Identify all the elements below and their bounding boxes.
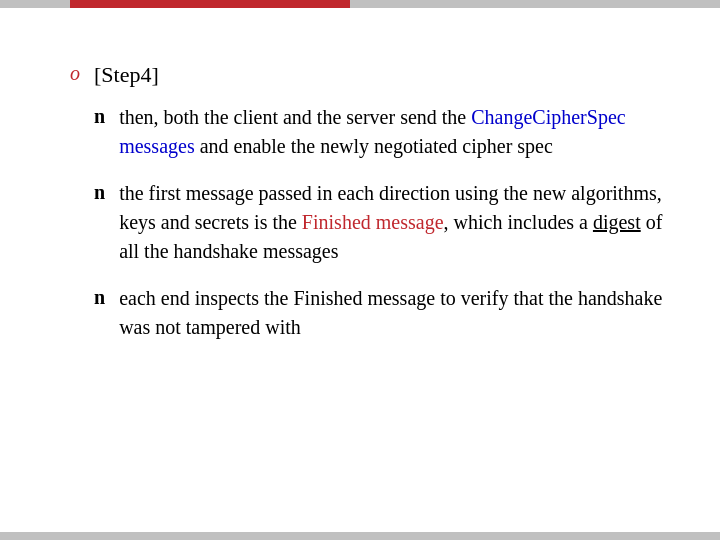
step-content: [Step4] n then, both the client and the … — [94, 60, 670, 360]
inner-bullet-3: n — [94, 286, 105, 309]
change-cipher-spec-link[interactable]: ChangeCipherSpec messages — [119, 106, 626, 157]
outer-list: o [Step4] n then, both the client and th… — [70, 60, 670, 370]
slide: o [Step4] n then, both the client and th… — [0, 0, 720, 540]
step-label: [Step4] — [94, 62, 159, 87]
inner-bullet-1: n — [94, 105, 105, 128]
inner-bullet-2: n — [94, 181, 105, 204]
finished-message-link[interactable]: Finished message — [302, 211, 444, 233]
inner-list: n then, both the client and the server s… — [94, 103, 670, 342]
digest-text: digest — [593, 211, 641, 233]
outer-list-item: o [Step4] n then, both the client and th… — [70, 60, 670, 360]
inner-text-3: each end inspects the Finished message t… — [119, 284, 670, 342]
red-accent-bar — [70, 0, 350, 8]
inner-text-2: the first message passed in each directi… — [119, 179, 670, 266]
bottom-bar — [0, 532, 720, 540]
slide-content: o [Step4] n then, both the client and th… — [70, 60, 670, 490]
inner-list-item-1: n then, both the client and the server s… — [94, 103, 670, 161]
outer-bullet: o — [70, 62, 80, 85]
inner-list-item-2: n the first message passed in each direc… — [94, 179, 670, 266]
inner-text-1: then, both the client and the server sen… — [119, 103, 670, 161]
inner-list-item-3: n each end inspects the Finished message… — [94, 284, 670, 342]
